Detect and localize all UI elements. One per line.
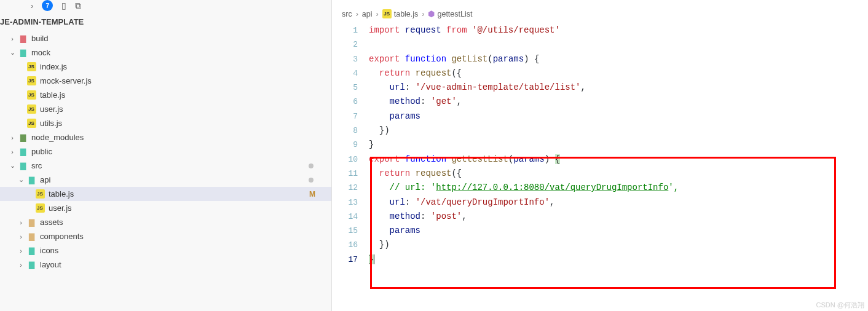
tree-item-label: icons	[40, 246, 58, 255]
file-tree[interactable]: ›▇build⌄▇mockJSindex.jsJSmock-server.jsJ…	[0, 30, 331, 272]
line-number[interactable]: 3	[332, 52, 358, 66]
code-line[interactable]: export function getList(params) {	[369, 52, 868, 66]
tree-item-label: src	[31, 161, 42, 170]
js-file-icon: JS	[34, 189, 45, 199]
code-line[interactable]: // url: 'http://127.0.0.1:8080/vat/query…	[369, 181, 868, 195]
chevron-icon: ›	[31, 1, 33, 10]
line-number[interactable]: 6	[332, 95, 358, 109]
chevron-right-icon[interactable]: ›	[17, 233, 25, 240]
code-line[interactable]: })	[369, 124, 868, 138]
line-number[interactable]: 11	[332, 167, 358, 181]
folder-icon: ▇	[26, 218, 37, 227]
js-file-icon: JS	[26, 119, 37, 128]
line-number[interactable]: 9	[332, 138, 358, 152]
code-line[interactable]: method: 'post',	[369, 210, 868, 224]
line-gutter[interactable]: 1234567891011121314151617	[332, 22, 369, 311]
breadcrumb-part[interactable]: src	[342, 10, 352, 18]
line-number[interactable]: 10	[332, 152, 358, 167]
breadcrumb-part[interactable]: api	[362, 10, 373, 18]
code-content[interactable]: import request from '@/utils/request'exp…	[369, 22, 868, 311]
breadcrumb-file[interactable]: JS table.js	[382, 9, 419, 18]
line-number[interactable]: 15	[332, 224, 358, 238]
line-number[interactable]: 4	[332, 66, 358, 81]
book-icon[interactable]: ▯	[61, 1, 66, 10]
file-item[interactable]: JSuser.js	[0, 201, 331, 215]
folder-icon: ▇	[17, 147, 28, 157]
tree-item-label: mock	[31, 48, 50, 57]
folder-item[interactable]: ⌄▇mock	[0, 45, 331, 60]
chevron-right-icon: ›	[356, 10, 358, 18]
breadcrumb-symbol[interactable]: ⬢ gettestList	[428, 9, 472, 18]
line-number[interactable]: 14	[332, 210, 358, 224]
chevron-down-icon[interactable]: ⌄	[9, 49, 16, 57]
folder-icon: ▇	[26, 246, 37, 256]
code-line[interactable]: }	[369, 138, 868, 152]
folder-item[interactable]: ⌄▇src	[0, 159, 331, 173]
code-line[interactable]: return request({	[369, 66, 868, 81]
js-file-icon: JS	[382, 9, 392, 18]
code-line[interactable]: }	[369, 253, 868, 267]
editor-area: src › api › JS table.js › ⬢ gettestList …	[332, 0, 868, 311]
chevron-right-icon[interactable]: ›	[9, 35, 16, 42]
file-item[interactable]: JSindex.js	[0, 60, 331, 74]
folder-item[interactable]: ›▇components	[0, 229, 331, 243]
folder-item[interactable]: ⌄▇api	[0, 173, 331, 187]
chevron-right-icon[interactable]: ›	[9, 148, 16, 156]
code-line[interactable]: params	[369, 109, 868, 124]
line-number[interactable]: 16	[332, 238, 358, 252]
file-item[interactable]: JSmock-server.js	[0, 74, 331, 88]
folder-item[interactable]: ›▇public	[0, 144, 331, 159]
line-number[interactable]: 1	[332, 23, 358, 37]
code-line[interactable]: import request from '@/utils/request'	[369, 23, 868, 37]
line-number[interactable]: 13	[332, 195, 358, 210]
line-number[interactable]: 12	[332, 181, 358, 195]
chevron-down-icon[interactable]: ⌄	[9, 162, 16, 170]
file-explorer[interactable]: › 7 ▯ ⧉ JE-ADMIN-TEMPLATE ›▇build⌄▇mockJ…	[0, 0, 332, 311]
folder-item[interactable]: ›▇layout	[0, 258, 331, 272]
tree-item-label: mock-server.js	[40, 76, 92, 85]
file-item[interactable]: JStable.js	[0, 88, 331, 102]
code-line[interactable]: url: '/vat/queryDrugImportInfo',	[369, 195, 868, 210]
git-dirty-dot	[309, 163, 314, 168]
tree-item-label: utils.js	[40, 119, 62, 128]
code-line[interactable]: export function gettestList(params) {	[369, 152, 868, 167]
git-modified-badge: M	[309, 190, 315, 199]
tree-item-label: node_modules	[31, 133, 84, 142]
folder-item[interactable]: ›▇node_modules	[0, 130, 331, 144]
tree-item-label: assets	[40, 218, 63, 227]
line-number[interactable]: 2	[332, 37, 358, 52]
line-number[interactable]: 7	[332, 109, 358, 124]
folder-item[interactable]: ›▇assets	[0, 215, 331, 229]
code-line[interactable]: method: 'get',	[369, 95, 868, 109]
chevron-right-icon: ›	[422, 10, 424, 18]
code-line[interactable]: params	[369, 224, 868, 238]
folder-icon: ▇	[26, 175, 37, 185]
tree-item-label: user.js	[40, 104, 63, 114]
tree-item-label: table.js	[40, 90, 65, 100]
line-number[interactable]: 17	[332, 253, 358, 267]
js-file-icon: JS	[26, 76, 37, 86]
line-number[interactable]: 8	[332, 124, 358, 138]
git-dirty-dot	[309, 178, 314, 183]
folder-item[interactable]: ›▇build	[0, 31, 331, 45]
tab-bar[interactable]	[332, 0, 868, 6]
code-editor[interactable]: 1234567891011121314151617 import request…	[332, 22, 868, 311]
file-item[interactable]: JSuser.js	[0, 102, 331, 116]
chevron-right-icon[interactable]: ›	[17, 247, 25, 254]
code-line[interactable]: url: '/vue-admin-template/table/list',	[369, 81, 868, 95]
chevron-right-icon[interactable]: ›	[17, 261, 25, 269]
chevron-right-icon[interactable]: ›	[9, 134, 16, 141]
chevron-down-icon[interactable]: ⌄	[17, 176, 25, 184]
line-number[interactable]: 5	[332, 81, 358, 95]
folder-icon: ▇	[17, 34, 28, 44]
code-line[interactable]: })	[369, 238, 868, 252]
scm-badge[interactable]: 7	[42, 0, 53, 11]
file-item[interactable]: JStable.jsM	[0, 187, 331, 201]
layout-icon[interactable]: ⧉	[75, 1, 81, 11]
breadcrumb[interactable]: src › api › JS table.js › ⬢ gettestList	[332, 6, 868, 22]
chevron-right-icon[interactable]: ›	[17, 219, 25, 226]
code-line[interactable]: return request({	[369, 167, 868, 181]
code-line[interactable]	[369, 37, 868, 52]
file-item[interactable]: JSutils.js	[0, 116, 331, 130]
folder-item[interactable]: ›▇icons	[0, 243, 331, 258]
